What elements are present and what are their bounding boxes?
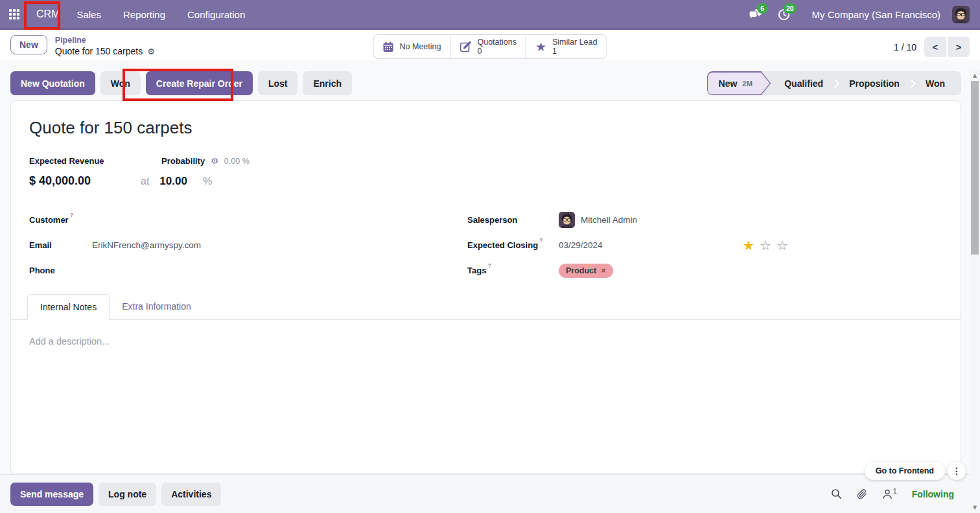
- activities-button[interactable]: 20: [773, 3, 795, 25]
- stat-button-group: No Meeting Quotations 0 ★ Similar Lead 1: [373, 34, 607, 59]
- salesperson-label: Salesperson: [467, 215, 559, 225]
- tags-help-marker: ?: [487, 262, 491, 269]
- navbar-left: CRM Sales Reporting Configuration: [0, 0, 245, 28]
- breadcrumb-area: New Pipeline Quote for 150 carpets ⚙: [10, 35, 155, 57]
- tag-product[interactable]: Product ×: [559, 264, 613, 278]
- stage-qualified-label: Qualified: [784, 78, 823, 89]
- tags-field[interactable]: Product ×: [559, 264, 613, 278]
- stage-proposition-label: Proposition: [849, 78, 900, 89]
- quotations-stat-button[interactable]: Quotations 0: [450, 35, 525, 58]
- scrollbar-thumb[interactable]: [971, 81, 979, 255]
- quotations-stat-label: Quotations: [477, 38, 516, 47]
- top-navbar: CRM Sales Reporting Configuration 6 20 M…: [0, 0, 980, 30]
- followers-count: 1: [893, 487, 897, 495]
- similar-lead-stat-label: Similar Lead: [552, 38, 597, 47]
- following-toggle[interactable]: Following: [912, 489, 954, 499]
- expected-revenue-value[interactable]: $ 40,000.00: [29, 174, 141, 188]
- user-avatar[interactable]: [952, 6, 970, 23]
- current-app-name[interactable]: CRM: [30, 8, 66, 20]
- create-repair-order-button[interactable]: Create Repair Order: [146, 71, 253, 95]
- description-placeholder[interactable]: Add a description...: [29, 336, 942, 347]
- probability-gear-icon[interactable]: ⚙: [211, 157, 218, 165]
- lead-title[interactable]: Quote for 150 carpets: [11, 101, 961, 138]
- meeting-stat-button[interactable]: No Meeting: [374, 35, 450, 58]
- stage-new-badge: 2M: [742, 80, 752, 87]
- stage-bar: New 2M Qualified Proposition Won: [707, 71, 961, 95]
- messages-button[interactable]: 6: [745, 3, 767, 25]
- go-to-frontend-button[interactable]: Go to Frontend: [865, 462, 945, 480]
- form-fields: Customer? Salesperson: [11, 207, 961, 283]
- chatter-toolbar: Send message Log note Activities 1 Follo…: [0, 474, 980, 513]
- stage-qualified[interactable]: Qualified: [771, 71, 837, 95]
- lost-button[interactable]: Lost: [258, 71, 298, 95]
- activities-schedule-button[interactable]: Activities: [161, 483, 221, 506]
- messages-badge: 6: [757, 3, 768, 14]
- vertical-scrollbar[interactable]: ▲ ▼: [970, 70, 980, 513]
- company-name[interactable]: My Company (San Francisco): [812, 9, 940, 20]
- menu-sales[interactable]: Sales: [76, 9, 101, 20]
- apps-menu-button[interactable]: [0, 0, 29, 28]
- quotation-edit-icon: [460, 41, 471, 52]
- main-content: New Quotation Won Create Repair Order Lo…: [0, 60, 980, 474]
- pager-value: 1 / 10: [894, 42, 916, 52]
- stage-won[interactable]: Won: [912, 71, 959, 95]
- activities-badge: 20: [784, 3, 797, 14]
- kebab-icon: ⋮: [952, 466, 961, 476]
- calendar-icon: [383, 41, 394, 52]
- expected-closing-field[interactable]: 03/29/2024: [559, 240, 603, 250]
- pager-next-button[interactable]: >: [948, 37, 970, 57]
- kebab-menu-button[interactable]: ⋮: [948, 462, 966, 480]
- settings-gear-icon[interactable]: ⚙: [147, 47, 155, 56]
- meeting-stat-label: No Meeting: [400, 42, 441, 51]
- tag-remove-icon[interactable]: ×: [601, 266, 606, 275]
- menu-configuration[interactable]: Configuration: [187, 9, 245, 20]
- email-field[interactable]: ErikNFrench@armyspy.com: [92, 240, 201, 250]
- probability-auto-value: 0.00 %: [224, 157, 250, 166]
- salesperson-avatar-image: [559, 212, 575, 228]
- record-pager: 1 / 10 < >: [894, 37, 970, 57]
- priority-star-2-empty-icon[interactable]: ☆: [760, 239, 771, 252]
- stage-new[interactable]: New 2M: [707, 71, 771, 95]
- followers-button[interactable]: 1: [882, 489, 897, 499]
- customer-help-marker: ?: [70, 212, 74, 218]
- salesperson-field[interactable]: Mitchell Admin: [559, 212, 637, 228]
- won-button[interactable]: Won: [100, 71, 141, 95]
- menu-reporting[interactable]: Reporting: [123, 9, 165, 20]
- user-avatar-image: [952, 6, 970, 23]
- scrollbar-down-arrow-icon[interactable]: ▼: [970, 505, 980, 510]
- stage-proposition[interactable]: Proposition: [835, 71, 913, 95]
- stage-won-label: Won: [926, 78, 945, 89]
- navbar-menus: Sales Reporting Configuration: [76, 9, 245, 20]
- paperclip-icon: [857, 489, 867, 499]
- probability-value[interactable]: 10.00: [159, 175, 187, 188]
- send-message-button[interactable]: Send message: [10, 483, 93, 506]
- new-record-button[interactable]: New: [10, 35, 47, 54]
- lead-form-sheet: Quote for 150 carpets Expected Revenue P…: [10, 100, 961, 474]
- salesperson-name[interactable]: Mitchell Admin: [581, 215, 637, 225]
- scrollbar-up-arrow-icon[interactable]: ▲: [970, 73, 980, 78]
- search-icon: [831, 488, 842, 499]
- similar-lead-star-icon: ★: [535, 41, 546, 53]
- similar-lead-stat-button[interactable]: ★ Similar Lead 1: [526, 35, 607, 58]
- action-button-row: New Quotation Won Create Repair Order Lo…: [0, 60, 980, 95]
- priority-star-1-filled-icon[interactable]: ★: [743, 239, 754, 252]
- probability-percent-sign: %: [203, 176, 212, 187]
- email-label: Email: [29, 240, 92, 250]
- breadcrumb-parent-pipeline[interactable]: Pipeline: [55, 36, 155, 46]
- enrich-button[interactable]: Enrich: [303, 71, 352, 95]
- priority-star-3-empty-icon[interactable]: ☆: [776, 239, 788, 252]
- tab-extra-information[interactable]: Extra Information: [110, 294, 204, 319]
- stage-new-label: New: [719, 78, 738, 89]
- search-messages-button[interactable]: [831, 488, 842, 499]
- tab-internal-notes[interactable]: Internal Notes: [27, 294, 110, 320]
- probability-label: Probability: [161, 156, 205, 166]
- log-note-button[interactable]: Log note: [99, 483, 156, 506]
- expected-closing-label: Expected Closing?: [467, 240, 559, 250]
- new-quotation-button[interactable]: New Quotation: [10, 71, 95, 95]
- similar-lead-stat-value: 1: [552, 47, 597, 56]
- revenue-values-row: $ 40,000.00 at 10.00 %: [11, 174, 961, 188]
- attach-files-button[interactable]: [857, 489, 867, 499]
- navbar-right: 6 20 My Company (San Francisco): [745, 0, 980, 28]
- pager-previous-button[interactable]: <: [924, 37, 946, 57]
- probability-at-text: at: [141, 176, 149, 187]
